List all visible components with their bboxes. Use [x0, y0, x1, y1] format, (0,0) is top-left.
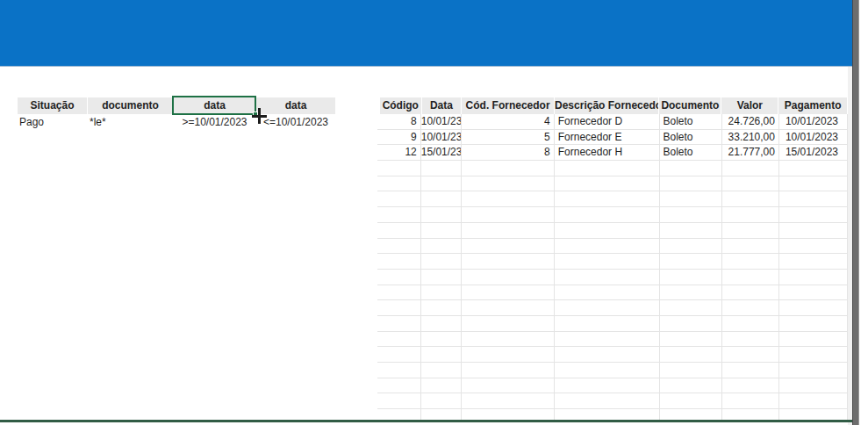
empty-cell[interactable]: [421, 393, 462, 408]
empty-cell[interactable]: [722, 270, 779, 285]
empty-cell[interactable]: [377, 393, 421, 408]
empty-cell[interactable]: [555, 270, 660, 285]
empty-cell[interactable]: [779, 161, 848, 176]
empty-cell[interactable]: [377, 378, 421, 393]
table-cell[interactable]: Fornecedor H: [555, 145, 660, 160]
empty-cell[interactable]: [722, 285, 779, 300]
empty-cell[interactable]: [377, 270, 421, 285]
empty-cell[interactable]: [377, 300, 421, 315]
table-cell[interactable]: 8: [462, 145, 555, 160]
empty-cell[interactable]: [462, 254, 555, 269]
empty-cell[interactable]: [421, 300, 462, 315]
empty-cell[interactable]: [722, 409, 779, 420]
table-cell[interactable]: Boleto: [660, 130, 722, 145]
empty-cell[interactable]: [722, 223, 779, 238]
empty-cell[interactable]: [421, 239, 462, 254]
column-header[interactable]: Data: [422, 97, 462, 114]
empty-cell[interactable]: [555, 347, 660, 362]
empty-cell[interactable]: [722, 207, 779, 222]
column-header[interactable]: Valor: [721, 97, 778, 114]
empty-cell[interactable]: [555, 176, 660, 191]
empty-cell[interactable]: [462, 332, 555, 347]
criteria-value-cell[interactable]: >=10/01/2023: [174, 114, 255, 130]
empty-cell[interactable]: [779, 409, 848, 420]
empty-cell[interactable]: [555, 223, 660, 238]
table-cell[interactable]: 10/01/23: [421, 130, 462, 145]
empty-cell[interactable]: [779, 285, 848, 300]
table-cell[interactable]: Boleto: [660, 145, 722, 160]
empty-cell[interactable]: [421, 270, 462, 285]
empty-cell[interactable]: [421, 191, 462, 206]
empty-cell[interactable]: [377, 363, 421, 378]
empty-cell[interactable]: [377, 316, 421, 331]
empty-cell[interactable]: [722, 239, 779, 254]
empty-cell[interactable]: [377, 176, 421, 191]
empty-cell[interactable]: [722, 332, 779, 347]
empty-cell[interactable]: [660, 239, 722, 254]
empty-cell[interactable]: [462, 363, 555, 378]
empty-cell[interactable]: [377, 409, 421, 420]
empty-cell[interactable]: [377, 161, 421, 176]
criteria-header-cell[interactable]: data: [256, 97, 335, 114]
empty-cell[interactable]: [779, 191, 848, 206]
empty-cell[interactable]: [555, 191, 660, 206]
empty-cell[interactable]: [722, 347, 779, 362]
empty-cell[interactable]: [421, 378, 462, 393]
column-header[interactable]: Pagamento: [778, 97, 847, 114]
empty-cell[interactable]: [779, 254, 848, 269]
empty-cell[interactable]: [421, 285, 462, 300]
empty-cell[interactable]: [779, 300, 848, 315]
empty-cell[interactable]: [377, 285, 421, 300]
empty-cell[interactable]: [660, 176, 722, 191]
table-cell[interactable]: 10/01/2023: [779, 130, 848, 145]
empty-cell[interactable]: [462, 176, 555, 191]
empty-cell[interactable]: [779, 176, 848, 191]
empty-cell[interactable]: [555, 285, 660, 300]
column-header[interactable]: Documento: [659, 97, 721, 114]
empty-cell[interactable]: [660, 332, 722, 347]
empty-cell[interactable]: [660, 378, 722, 393]
empty-cell[interactable]: [462, 378, 555, 393]
empty-cell[interactable]: [421, 409, 462, 420]
empty-cell[interactable]: [377, 239, 421, 254]
empty-cell[interactable]: [779, 316, 848, 331]
empty-cell[interactable]: [779, 332, 848, 347]
empty-cell[interactable]: [779, 363, 848, 378]
empty-cell[interactable]: [722, 161, 779, 176]
empty-cell[interactable]: [555, 393, 660, 408]
table-cell[interactable]: 9: [377, 130, 421, 145]
empty-cell[interactable]: [660, 254, 722, 269]
empty-cell[interactable]: [660, 223, 722, 238]
empty-cell[interactable]: [660, 347, 722, 362]
empty-cell[interactable]: [555, 316, 660, 331]
empty-cell[interactable]: [722, 300, 779, 315]
empty-cell[interactable]: [421, 223, 462, 238]
table-cell[interactable]: 8: [377, 114, 421, 129]
criteria-header-cell[interactable]: documento: [88, 97, 173, 114]
empty-cell[interactable]: [377, 347, 421, 362]
table-cell[interactable]: 10/01/2023: [779, 114, 848, 129]
empty-cell[interactable]: [421, 363, 462, 378]
empty-cell[interactable]: [462, 409, 555, 420]
empty-cell[interactable]: [660, 409, 722, 420]
criteria-value-cell[interactable]: Pago: [18, 114, 87, 130]
table-cell[interactable]: Boleto: [660, 114, 722, 129]
empty-cell[interactable]: [462, 347, 555, 362]
empty-cell[interactable]: [660, 270, 722, 285]
table-cell[interactable]: 21.777,00: [722, 145, 779, 160]
empty-cell[interactable]: [660, 316, 722, 331]
empty-cell[interactable]: [660, 207, 722, 222]
column-header[interactable]: Descrição Fornecedor: [555, 97, 658, 114]
empty-cell[interactable]: [555, 409, 660, 420]
table-cell[interactable]: 33.210,00: [722, 130, 779, 145]
empty-cell[interactable]: [462, 300, 555, 315]
empty-cell[interactable]: [779, 207, 848, 222]
table-cell[interactable]: 15/01/23: [421, 145, 462, 160]
empty-cell[interactable]: [779, 239, 848, 254]
empty-cell[interactable]: [421, 332, 462, 347]
empty-cell[interactable]: [722, 254, 779, 269]
empty-cell[interactable]: [421, 176, 462, 191]
empty-cell[interactable]: [555, 363, 660, 378]
table-cell[interactable]: 4: [462, 114, 555, 129]
empty-cell[interactable]: [555, 254, 660, 269]
